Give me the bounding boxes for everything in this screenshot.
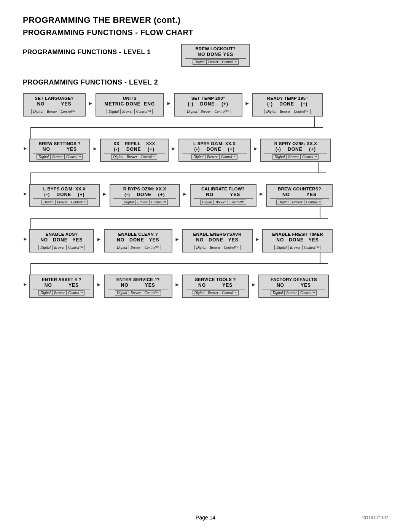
logo-c15: Control™ — [222, 245, 241, 250]
enter-service-options: NO YES — [108, 283, 169, 288]
units-title: UNITS — [99, 96, 160, 101]
flow-row-4: ► ENABLE ADS? NO DONE YES Digital Brewer… — [23, 229, 388, 252]
logo-d2: Digital — [107, 109, 120, 114]
arrow-9-10 — [100, 191, 110, 197]
ready-temp-title: READY TEMP 195° — [256, 96, 319, 101]
arrow-7-8 — [251, 145, 261, 152]
logo-d12: Digital — [276, 200, 290, 205]
doc-number: 40119 071107 — [362, 515, 388, 520]
logo-c4: Control™ — [292, 109, 311, 114]
refill-title: XX REFILL XXX — [104, 141, 165, 146]
logo-b19: Brewer — [206, 290, 220, 296]
logo-control: Control™ — [220, 59, 239, 65]
r-byps-logo: Digital Brewer Control™ — [113, 198, 176, 205]
refill-logo: Digital Brewer Control™ — [104, 153, 165, 160]
logo-c12: Control™ — [304, 200, 323, 205]
units-options: METRIC DONE ENG — [99, 101, 160, 107]
logo-c20: Control™ — [299, 290, 317, 296]
r-byps-title: R BYPS OZ/M: XX.X — [113, 187, 176, 191]
logo-d14: Digital — [115, 245, 129, 250]
set-language-options: NO YES — [27, 101, 82, 107]
l-spry-title: L SPRY OZ/M: XX.X — [182, 141, 247, 146]
logo-b18: Brewer — [129, 290, 143, 296]
level2-heading: PROGRAMMING FUNCTIONS - LEVEL 2 — [23, 78, 388, 86]
enable-ads-title: ENABLE ADS? — [33, 232, 90, 236]
arrow-5-6 — [90, 145, 100, 152]
logo-d20: Digital — [271, 290, 284, 296]
logo-b4: Brewer — [278, 109, 292, 114]
enter-asset-box: ENTER ASSET # ? NO YES Digital Brewer Co… — [29, 275, 94, 298]
logo-b5: Brewer — [50, 154, 65, 160]
logo-d5: Digital — [37, 154, 50, 160]
flow-row-5: ► ENTER ASSET # ? NO YES Digital Brewer … — [23, 275, 388, 298]
r-spry-options: (-) DONE (+) — [264, 147, 327, 152]
factory-defaults-logo: Digital Brewer Control™ — [262, 289, 325, 296]
logo-d4: Digital — [264, 109, 278, 114]
logo-c3: Control™ — [213, 109, 231, 114]
logo-b12: Brewer — [290, 200, 304, 205]
r-byps-box: R BYPS OZ/M: XX.X (-) DONE (+) Digital B… — [110, 184, 180, 207]
brew-settings-title: BREW SETTINGS ? — [33, 141, 86, 146]
brew-settings-options: NO YES — [33, 147, 86, 152]
logo-c11: Control™ — [228, 200, 246, 205]
flow-row-2: ► BREW SETTINGS ? NO YES Digital Brewer … — [23, 139, 388, 162]
logo-b3: Brewer — [199, 109, 213, 114]
arrow-13-14 — [94, 236, 104, 242]
l-byps-box: L BYPS OZ/M: XX.X (-) DONE (+) Digital B… — [29, 184, 100, 207]
logo-d15: Digital — [194, 245, 208, 250]
brew-counters-options: NO YES — [270, 192, 329, 197]
brew-settings-logo: Digital Brewer Control™ — [33, 153, 86, 160]
logo-c5: Control™ — [65, 154, 83, 160]
logo-c19: Control™ — [220, 290, 239, 296]
factory-defaults-box: FACTORY DEFAULTS NO YES Digital Brewer C… — [258, 275, 329, 298]
logo-b16: Brewer — [288, 245, 303, 250]
indent-arrow-3: ► — [23, 184, 29, 197]
r-byps-options: (-) DONE (+) — [113, 192, 176, 197]
enable-fresh-title: ENABLE FRESH TIMER — [266, 232, 329, 236]
set-temp-title: SET TEMP 200° — [178, 96, 239, 101]
logo-b8: Brewer — [286, 154, 301, 160]
arrow-19-20 — [249, 281, 259, 288]
service-tools-options: NO YES — [186, 283, 245, 288]
l-spry-box: L SPRY OZ/M: XX.X (-) DONE (+) Digital B… — [178, 139, 251, 162]
down-arrow-r1 — [23, 128, 388, 139]
indent-arrow-2: ► — [23, 139, 29, 151]
down-arrow-r4 — [23, 264, 388, 275]
r-spry-title: R SPRY OZ/M: XX.X — [264, 141, 327, 146]
logo-b9: Brewer — [55, 200, 70, 205]
logo-d7: Digital — [191, 154, 205, 160]
logo-b20: Brewer — [284, 290, 299, 296]
brew-counters-box: BREW COUNTERS? NO YES Digital Brewer Con… — [266, 184, 333, 207]
enabl-energy-title: ENABL ENERGYSAVR — [186, 232, 249, 236]
logo-d19: Digital — [193, 290, 206, 296]
enable-clean-title: ENABLE CLEAN ? — [108, 232, 169, 236]
down-arrow-r3 — [23, 219, 388, 229]
logo-c9: Control™ — [69, 200, 88, 205]
set-language-logo: Digital Brewer Control™ — [27, 108, 82, 114]
l-byps-logo: Digital Brewer Control™ — [33, 198, 96, 205]
set-language-box: SET LANGUAGE? NO YES Digital Brewer Cont… — [23, 93, 86, 117]
factory-defaults-options: NO YES — [262, 283, 325, 288]
brew-counters-title: BREW COUNTERS? — [270, 187, 329, 191]
enable-fresh-options: NO DONE YES — [266, 237, 329, 243]
enter-asset-title: ENTER ASSET # ? — [33, 277, 90, 282]
logo-d3: Digital — [185, 109, 199, 114]
logo-d8: Digital — [272, 154, 286, 160]
arrow-18-19 — [172, 281, 182, 288]
enable-clean-logo: Digital Brewer Control™ — [108, 244, 169, 250]
logo-b14: Brewer — [129, 245, 143, 250]
connector-r1-r2 — [23, 117, 388, 127]
page-footer: Page 14 40119 071107 — [23, 514, 388, 521]
logo-b17: Brewer — [52, 290, 67, 296]
arrow-14-15 — [172, 236, 182, 242]
logo-c18: Control™ — [143, 290, 161, 296]
calibrate-box: CALIBRATE FLOW? NO YES Digital Brewer Co… — [190, 184, 256, 207]
brew-counters-logo: Digital Brewer Control™ — [270, 198, 329, 205]
enabl-energy-logo: Digital Brewer Control™ — [186, 244, 249, 250]
enable-clean-options: NO DONE YES — [108, 237, 169, 243]
logo-b1: Brewer — [45, 109, 59, 114]
arrow-6-7 — [169, 145, 178, 152]
logo-c8: Control™ — [301, 154, 319, 160]
enter-asset-options: NO YES — [33, 283, 90, 288]
ready-temp-options: (-) DONE (+) — [256, 101, 319, 107]
